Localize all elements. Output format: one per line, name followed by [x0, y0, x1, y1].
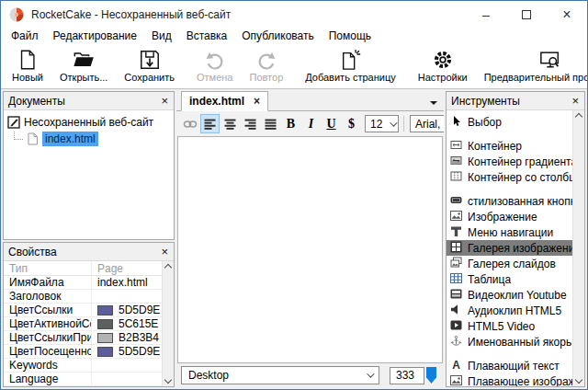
- property-value[interactable]: 5D5D9E: [92, 345, 162, 358]
- tab-close-icon[interactable]: ×: [254, 95, 260, 108]
- menu-item-0[interactable]: Файл: [4, 29, 46, 42]
- redo-icon: [255, 49, 277, 71]
- redo-button: Повтор: [241, 43, 291, 88]
- tree-page-item[interactable]: index.html: [14, 131, 172, 147]
- tool-item[interactable]: AПлавающий текст: [447, 358, 572, 373]
- property-value[interactable]: 5D5D9E: [92, 304, 162, 316]
- properties-panel-title: Свойства: [8, 246, 57, 258]
- tool-item[interactable]: Меню навигации: [447, 224, 572, 240]
- tool-item[interactable]: Контейнер: [447, 138, 572, 154]
- scroll-up-icon[interactable]: [575, 113, 582, 120]
- tool-item[interactable]: Галерея слайдов: [447, 256, 572, 271]
- tool-item[interactable]: Именованный якорь: [447, 334, 572, 350]
- maximize-icon: [522, 10, 531, 19]
- tool-item[interactable]: Плавающее изображение: [447, 373, 572, 386]
- preview-icon: [539, 49, 561, 71]
- menu-item-3[interactable]: Вставка: [179, 29, 235, 42]
- maximize-button[interactable]: [506, 1, 547, 29]
- open-button[interactable]: Открыть...: [51, 43, 116, 88]
- menu-item-1[interactable]: Редактирование: [46, 29, 144, 42]
- scroll-up-icon[interactable]: [164, 264, 172, 271]
- image-icon: [450, 210, 462, 224]
- tab-list-dropdown-icon[interactable]: [430, 101, 437, 105]
- scroll-down-icon[interactable]: [164, 376, 172, 384]
- add-page-icon: [340, 49, 362, 71]
- page-width-input[interactable]: 333: [390, 367, 424, 384]
- italic-button[interactable]: I: [301, 114, 321, 133]
- zoom-slider[interactable]: [435, 366, 438, 384]
- tool-item[interactable]: HTML5 Video: [447, 318, 572, 334]
- tool-item[interactable]: Таблица: [447, 271, 572, 287]
- tools-panel-title: Инструменты: [451, 95, 520, 108]
- container-columns-icon: [450, 170, 462, 185]
- documents-close-icon[interactable]: ×: [161, 95, 168, 107]
- chevron-down-icon: [367, 370, 374, 377]
- align-right-button[interactable]: [241, 114, 260, 133]
- properties-scrollbar[interactable]: [162, 261, 174, 386]
- link-icon: [183, 117, 198, 132]
- tool-item[interactable]: Галерея изображений: [447, 240, 572, 256]
- tool-item[interactable]: Изображение: [447, 209, 572, 224]
- property-row: Language: [4, 373, 162, 386]
- align-left-button[interactable]: [200, 114, 220, 133]
- align-justify-button[interactable]: [261, 114, 280, 133]
- tool-item[interactable]: Видеоклип Youtube: [447, 287, 572, 303]
- tool-item[interactable]: Контейнер градиента: [447, 154, 572, 169]
- add-page-button-label: Добавить страницу: [305, 72, 395, 83]
- format-toolbar-separator: [403, 116, 404, 132]
- tools-scrollbar[interactable]: [572, 110, 584, 386]
- font-family-field[interactable]: Arial, Helvetica: [410, 115, 444, 132]
- property-value[interactable]: B2B3B4: [92, 331, 162, 344]
- tool-item[interactable]: Аудиоклип HTML5: [447, 303, 572, 318]
- tool-item[interactable]: Выбор: [447, 114, 572, 130]
- device-select-value: Desktop: [188, 369, 229, 382]
- menu-bar: ФайлРедактированиеВидВставкаОпубликовать…: [1, 29, 587, 43]
- property-value-text: index.html: [97, 276, 148, 289]
- color-swatch[interactable]: [97, 305, 113, 315]
- tool-item[interactable]: стилизованная кнопка: [447, 193, 572, 209]
- property-name: ЦветАктивнойСсы: [4, 317, 92, 330]
- chevron-down-icon: [390, 119, 397, 126]
- close-button[interactable]: ×: [547, 1, 587, 29]
- link-button[interactable]: [180, 114, 199, 133]
- menu-item-4[interactable]: Опубликовать: [234, 29, 321, 42]
- property-value[interactable]: 5C615E: [92, 317, 162, 330]
- page-canvas[interactable]: [177, 136, 443, 363]
- color-swatch[interactable]: [97, 333, 113, 343]
- property-value[interactable]: index.html: [92, 276, 162, 289]
- currency-button[interactable]: $: [342, 114, 361, 133]
- properties-close-icon[interactable]: ×: [161, 246, 168, 258]
- tab-index-html[interactable]: index.html ×: [181, 91, 268, 111]
- settings-button[interactable]: Настройки: [410, 43, 476, 88]
- minimize-button[interactable]: –: [466, 1, 506, 29]
- app-logo-icon: [9, 7, 24, 22]
- add-page-button[interactable]: Добавить страницу: [297, 43, 403, 88]
- align-left-icon: [203, 117, 218, 132]
- save-button[interactable]: Сохранить: [116, 43, 183, 88]
- menu-item-5[interactable]: Помощь: [322, 29, 379, 42]
- tools-close-icon[interactable]: ×: [571, 95, 579, 107]
- tree-root-item[interactable]: Несохраненный веб-сайт: [7, 114, 172, 131]
- main-toolbar: НовыйОткрыть...СохранитьОтменаПовторДоба…: [1, 43, 587, 89]
- tree-root-label: Несохраненный веб-сайт: [24, 116, 153, 129]
- property-row: Заголовок: [4, 290, 162, 304]
- device-select[interactable]: Desktop: [181, 366, 379, 384]
- bold-button[interactable]: B: [281, 114, 300, 133]
- scroll-down-icon[interactable]: [575, 376, 582, 384]
- underline-button[interactable]: U: [322, 114, 341, 133]
- align-center-button[interactable]: [220, 114, 240, 133]
- menu-item-2[interactable]: Вид: [144, 29, 179, 42]
- editor-bottom-bar: Desktop 333: [176, 363, 444, 387]
- font-size-select[interactable]: 12: [365, 115, 399, 132]
- color-swatch[interactable]: [97, 347, 113, 357]
- tool-item[interactable]: Контейнер со столбцами: [447, 169, 572, 185]
- slider-thumb[interactable]: [426, 367, 436, 384]
- color-swatch[interactable]: [97, 319, 113, 329]
- bold-glyph: B: [287, 117, 295, 132]
- property-name: Language: [4, 373, 92, 385]
- new-button[interactable]: Новый: [4, 43, 51, 88]
- redo-button-label: Повтор: [249, 72, 283, 83]
- preview-button[interactable]: Предварительный просмотр: [476, 43, 588, 88]
- properties-panel: Свойства × ТипPageИмяФайлаindex.htmlЗаго…: [3, 242, 175, 387]
- window-title: RocketCake - Несохраненный веб-сайт: [31, 8, 231, 21]
